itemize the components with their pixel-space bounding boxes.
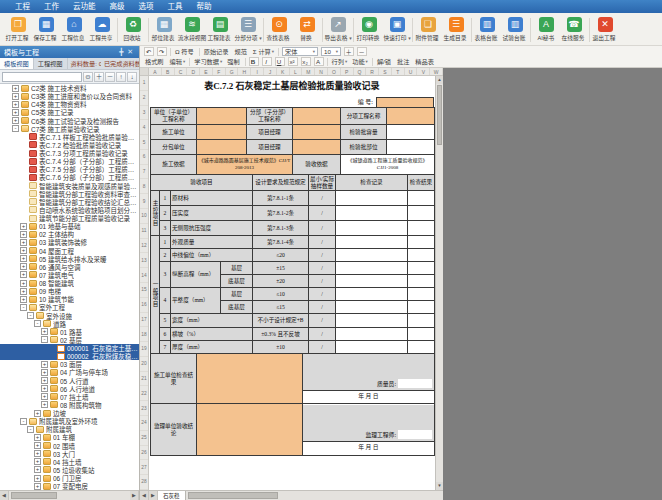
tree-item[interactable]: - 附属建筑及室外环境	[0, 417, 139, 425]
ribbon-button[interactable]: ☰ 生成目录	[442, 14, 470, 45]
ribbon-button[interactable]: ⊙ 查找表格	[265, 14, 293, 45]
tree-tool-button[interactable]: －	[105, 72, 115, 82]
tree-item[interactable]: + 01 车棚	[0, 433, 139, 441]
format-tool-button[interactable]: 学习数据▾	[193, 57, 223, 66]
serial-input-cell[interactable]	[376, 97, 434, 108]
scroll-right-icon[interactable]: ▶	[130, 491, 139, 500]
tree-expander-icon[interactable]: +	[34, 475, 41, 482]
item-result-cell[interactable]	[408, 328, 435, 341]
format-tool-button[interactable]: Ω 符号	[174, 47, 196, 56]
tree-expander-icon[interactable]: +	[20, 247, 27, 254]
column-header[interactable]: J	[264, 68, 277, 75]
tree-item[interactable]: 表C.7.3 分项工程质量验收记录	[0, 149, 139, 157]
item-record-cell[interactable]	[336, 206, 408, 221]
row-header[interactable]: 16	[140, 298, 148, 313]
tree-expander-icon[interactable]: +	[12, 93, 19, 100]
item-record-cell[interactable]	[336, 221, 408, 236]
item-record-cell[interactable]	[336, 341, 408, 354]
format-tool-button[interactable]: 规范	[233, 47, 248, 56]
row-header[interactable]: 7	[140, 165, 148, 180]
ribbon-button[interactable]: ▤ 工程建表	[206, 14, 234, 45]
tree-item[interactable]: 建筑节能分部工程质量验收记录	[0, 214, 139, 222]
format-tool-button[interactable]	[199, 48, 200, 56]
column-header[interactable]: P	[341, 68, 354, 75]
tree-item[interactable]: + 01 地基与基础	[0, 222, 139, 230]
menu-item[interactable]: 工作	[37, 0, 66, 13]
tree-expander-icon[interactable]: +	[34, 442, 41, 449]
column-header[interactable]: U	[405, 68, 418, 75]
ribbon-button[interactable]: ☰ 分部分项 ▾	[234, 14, 262, 45]
pin-icon[interactable]: ╋	[117, 48, 125, 56]
item-result-cell[interactable]	[408, 341, 435, 354]
tree-expander-icon[interactable]: +	[20, 255, 27, 262]
tree-item[interactable]: - 道路	[0, 320, 139, 328]
tree-tool-button[interactable]: ＋	[94, 72, 104, 82]
tree-item[interactable]: + 05 人行道	[0, 377, 139, 385]
row-header[interactable]: 6	[140, 150, 148, 165]
tree-item[interactable]: + 07 建筑电气	[0, 271, 139, 279]
tree-item[interactable]: + 08 附属构筑物	[0, 401, 139, 409]
ribbon-button[interactable]: ☎ 在线服务	[560, 14, 588, 45]
tree-item[interactable]: 智能建筑分部工程验收结论汇总记录	[0, 198, 139, 206]
tree-expander-icon[interactable]: +	[34, 483, 41, 490]
tree-horizontal-scrollbar[interactable]: ◀ ▶	[0, 490, 139, 500]
item-record-cell[interactable]	[336, 236, 408, 249]
column-header[interactable]: D	[187, 68, 200, 75]
format-tool-button[interactable]: x²	[288, 57, 298, 66]
column-header[interactable]: L	[290, 68, 303, 75]
sheet-prev-icon[interactable]: ◀	[140, 491, 149, 500]
row-header[interactable]: 15	[140, 283, 148, 298]
tree-expander-icon[interactable]: +	[12, 117, 19, 124]
column-header[interactable]: B	[162, 68, 175, 75]
menu-item[interactable]: 选项	[132, 0, 161, 13]
row-header[interactable]: 5	[140, 135, 148, 150]
item-result-cell[interactable]	[408, 288, 435, 301]
tree-item[interactable]: - 室外设施	[0, 312, 139, 320]
tree-item[interactable]: 智能建筑分部工程验收资料审查记录	[0, 190, 139, 198]
row-header[interactable]: 3	[140, 106, 148, 121]
ribbon-button[interactable]: ≋ 流水段视图	[178, 14, 206, 45]
item-result-cell[interactable]	[408, 301, 435, 314]
tree-expander-icon[interactable]: +	[41, 393, 48, 400]
row-header[interactable]: 13	[140, 253, 148, 268]
column-header[interactable]: W	[430, 68, 443, 75]
sheet-horizontal-scrollbar[interactable]	[186, 491, 443, 500]
tree-item[interactable]: + 04 广场与停车场	[0, 368, 139, 376]
tree-item[interactable]: + C3类 施工进度和造价以及合同资料	[0, 92, 139, 100]
scroll-left-icon[interactable]: ◀	[0, 491, 9, 500]
tree-item[interactable]: + C5类 施工记录	[0, 108, 139, 116]
item-record-cell[interactable]	[336, 314, 408, 328]
tree-expander-icon[interactable]: +	[41, 369, 48, 376]
format-tool-button[interactable]: 功能▾	[351, 57, 369, 66]
format-tool-button[interactable]	[189, 58, 190, 66]
close-icon[interactable]: ✕	[125, 48, 135, 56]
tree-item[interactable]: + C6类 施工试验记录及检测报告	[0, 117, 139, 125]
row-header[interactable]: 9	[140, 194, 148, 209]
ribbon-button[interactable]: ▦ 保存工程	[32, 14, 60, 45]
tree-item[interactable]: + 06 通风与空调	[0, 263, 139, 271]
tree-expander-icon[interactable]: +	[34, 458, 41, 465]
tree-item[interactable]: + 03 大门	[0, 450, 139, 458]
tree-item[interactable]: - C7类 施工质量验收记录	[0, 125, 139, 133]
acceptance-basis-value[interactable]: 《城镇道路工程施工质量验收规范》CJJ1-2008	[341, 155, 435, 175]
tree-item[interactable]: 000001_石灰稳定土基层检验批	[0, 344, 139, 352]
column-header[interactable]: K	[277, 68, 290, 75]
info-input-cell[interactable]	[197, 108, 247, 125]
column-header[interactable]: S	[379, 68, 392, 75]
tree-item[interactable]: - 附属建筑	[0, 425, 139, 433]
column-header[interactable]: G	[226, 68, 239, 75]
format-tool-button[interactable]: ＋	[344, 47, 354, 56]
info-input-cell[interactable]	[293, 125, 341, 140]
format-tool-button[interactable]: A	[314, 57, 324, 66]
tree-item[interactable]: + 10 建筑节能	[0, 295, 139, 303]
item-result-cell[interactable]	[408, 221, 435, 236]
format-tool-button[interactable]	[278, 48, 279, 56]
tree-expander-icon[interactable]: +	[20, 231, 27, 238]
tree-item[interactable]: 000002_石灰粉煤灰稳定砂砾基层检验批	[0, 352, 139, 360]
format-tool-button[interactable]	[327, 58, 328, 66]
menu-item[interactable]: 工具	[161, 0, 190, 13]
format-tool-button[interactable]: 行列▾	[331, 57, 349, 66]
tree-item[interactable]: + 07 挡土墙	[0, 393, 139, 401]
row-header[interactable]: 1	[140, 76, 148, 91]
format-tool-button[interactable]: Σ 计算▾	[252, 47, 275, 56]
